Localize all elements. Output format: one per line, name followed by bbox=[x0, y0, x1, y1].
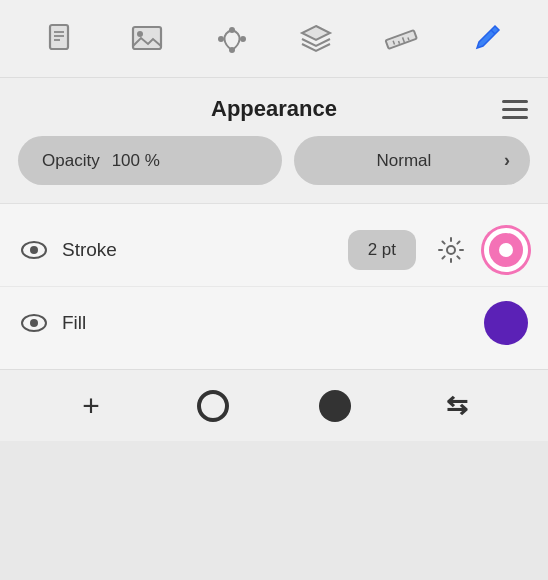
svg-point-17 bbox=[30, 246, 38, 254]
blend-mode-label: Normal bbox=[314, 151, 494, 171]
top-toolbar bbox=[0, 0, 548, 78]
swap-icon: ⇆ bbox=[446, 390, 468, 421]
menu-icon[interactable] bbox=[502, 100, 528, 119]
appearance-title: Appearance bbox=[211, 96, 337, 122]
svg-point-7 bbox=[218, 36, 224, 42]
chevron-right-icon: › bbox=[504, 150, 510, 171]
svg-rect-4 bbox=[133, 27, 161, 49]
fill-visibility-icon[interactable] bbox=[20, 309, 48, 337]
svg-rect-11 bbox=[385, 30, 416, 49]
stroke-row: Stroke 2 pt bbox=[0, 214, 548, 286]
blend-mode-button[interactable]: Normal › bbox=[294, 136, 530, 185]
controls-row: Opacity 100 % Normal › bbox=[0, 136, 548, 203]
svg-rect-0 bbox=[50, 25, 68, 49]
stroke-label: Stroke bbox=[62, 239, 334, 261]
paintbrush-icon[interactable] bbox=[464, 17, 508, 61]
image-icon[interactable] bbox=[125, 17, 169, 61]
fill-label: Fill bbox=[62, 312, 259, 334]
ruler-icon[interactable] bbox=[379, 17, 423, 61]
svg-point-6 bbox=[229, 27, 235, 33]
bottom-toolbar: + ⇆ bbox=[0, 369, 548, 441]
ring-icon bbox=[197, 390, 229, 422]
properties-section: Stroke 2 pt Fill bbox=[0, 203, 548, 369]
svg-point-8 bbox=[240, 36, 246, 42]
filled-mode-button[interactable] bbox=[315, 386, 355, 426]
opacity-label: Opacity bbox=[42, 151, 100, 171]
stroke-visibility-icon[interactable] bbox=[20, 236, 48, 264]
swap-button[interactable]: ⇆ bbox=[437, 386, 477, 426]
stroke-settings-icon[interactable] bbox=[436, 235, 466, 265]
pen-icon[interactable] bbox=[210, 17, 254, 61]
svg-marker-10 bbox=[302, 26, 330, 40]
svg-line-13 bbox=[398, 40, 399, 43]
svg-line-15 bbox=[408, 37, 409, 40]
document-icon[interactable] bbox=[40, 17, 84, 61]
plus-icon: + bbox=[82, 391, 100, 421]
opacity-button[interactable]: Opacity 100 % bbox=[18, 136, 282, 185]
opacity-value: 100 % bbox=[112, 151, 160, 171]
stroke-color-swatch[interactable] bbox=[484, 228, 528, 272]
svg-point-20 bbox=[30, 319, 38, 327]
fill-color-swatch[interactable] bbox=[484, 301, 528, 345]
appearance-panel: Appearance Opacity 100 % Normal › bbox=[0, 78, 548, 203]
svg-point-18 bbox=[447, 246, 455, 254]
fill-row: Fill bbox=[0, 286, 548, 359]
layers-icon[interactable] bbox=[294, 17, 338, 61]
svg-point-5 bbox=[137, 31, 143, 37]
filled-circle-icon bbox=[319, 390, 351, 422]
appearance-header: Appearance bbox=[0, 78, 548, 136]
stroke-value-button[interactable]: 2 pt bbox=[348, 230, 416, 270]
svg-point-9 bbox=[229, 47, 235, 53]
ring-mode-button[interactable] bbox=[193, 386, 233, 426]
add-button[interactable]: + bbox=[71, 386, 111, 426]
